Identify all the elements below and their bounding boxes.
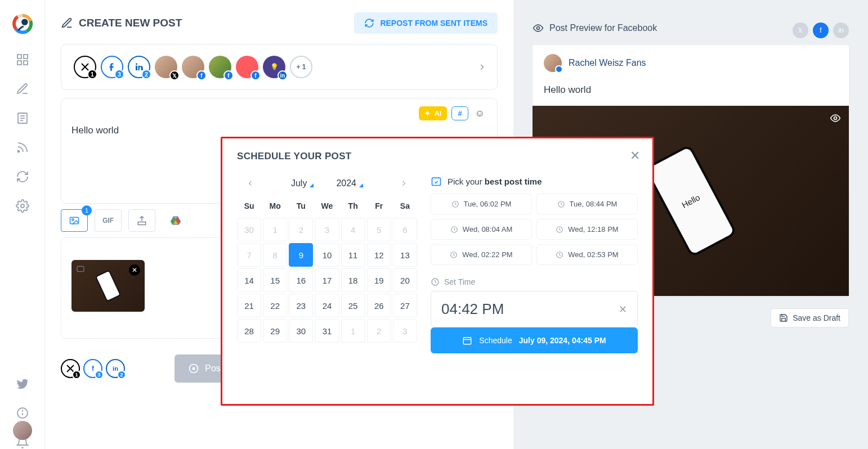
calendar-day[interactable]: 20: [393, 268, 417, 292]
accounts-bar[interactable]: 1 3 2 𝕏 f f f 💡in + 1: [61, 44, 498, 90]
calendar-day[interactable]: 6: [393, 218, 417, 241]
calendar-day[interactable]: 27: [393, 294, 417, 317]
network-overlay-linkedin: in: [278, 70, 288, 80]
summary-twitter[interactable]: 1: [61, 359, 80, 378]
network-overlay-facebook: f: [250, 70, 261, 80]
account-more-button[interactable]: + 1: [290, 56, 312, 78]
emoji-button[interactable]: ☺: [473, 106, 487, 120]
account-profile-1[interactable]: 𝕏: [155, 56, 177, 78]
account-profile-4[interactable]: f: [236, 56, 258, 78]
calendar-day[interactable]: 23: [289, 294, 313, 317]
calendar-day[interactable]: 8: [263, 243, 287, 267]
calendar-header: July 2024: [237, 176, 417, 198]
dashboard-icon[interactable]: [16, 53, 29, 66]
svg-rect-4: [24, 61, 28, 65]
calendar-day[interactable]: 28: [237, 319, 261, 343]
account-profile-5[interactable]: 💡in: [263, 56, 285, 78]
feed-icon[interactable]: [16, 141, 29, 154]
calendar-day[interactable]: 13: [393, 243, 417, 267]
save-draft-button[interactable]: Save as Draft: [771, 308, 849, 327]
calendar-day[interactable]: 29: [263, 319, 287, 343]
calendar-day[interactable]: 31: [315, 319, 339, 343]
ai-button[interactable]: ✦ AI: [419, 106, 447, 120]
calendar-day[interactable]: 24: [315, 294, 339, 317]
account-profile-3[interactable]: f: [209, 56, 231, 78]
best-time-option[interactable]: Tue, 08:44 PM: [536, 194, 638, 214]
calendar-day[interactable]: 4: [341, 218, 365, 241]
account-linkedin[interactable]: 2: [128, 56, 150, 78]
calendar-day[interactable]: 14: [237, 268, 261, 292]
settings-icon[interactable]: [16, 199, 29, 213]
calendar-day[interactable]: 21: [237, 294, 261, 317]
best-time-option[interactable]: Wed, 12:18 PM: [536, 219, 638, 240]
calendar-day[interactable]: 30: [289, 319, 313, 343]
calendar-day[interactable]: 2: [289, 218, 313, 241]
thumbnail-content: [95, 270, 122, 302]
year-selector[interactable]: 2024: [336, 178, 363, 188]
composer-text[interactable]: Hello world: [71, 125, 487, 136]
calendar-dow: Su: [237, 198, 261, 216]
preview-net-twitter[interactable]: 𝕏: [793, 23, 808, 38]
calendar-day[interactable]: 17: [315, 268, 339, 292]
calendar-day[interactable]: 1: [341, 319, 365, 343]
calendar-day[interactable]: 22: [263, 294, 287, 317]
prev-month-button[interactable]: [243, 176, 258, 191]
hashtag-button[interactable]: #: [451, 106, 468, 120]
next-month-button[interactable]: [396, 176, 411, 191]
compose-icon[interactable]: [16, 82, 29, 96]
calendar-day[interactable]: 19: [367, 268, 391, 292]
gif-button[interactable]: GIF: [95, 209, 122, 232]
twitter-icon[interactable]: [16, 377, 29, 390]
schedule-confirm-button[interactable]: Schedule July 09, 2024, 04:45 PM: [431, 327, 638, 353]
upload-button[interactable]: [128, 209, 155, 232]
app-logo[interactable]: [10, 11, 35, 37]
calendar-day[interactable]: 15: [263, 268, 287, 292]
close-button[interactable]: ✕: [630, 149, 640, 163]
calendar-dow: Tu: [289, 198, 313, 216]
summary-facebook[interactable]: f3: [83, 359, 102, 378]
account-facebook[interactable]: 3: [101, 56, 123, 78]
info-icon[interactable]: [16, 406, 29, 420]
content-icon[interactable]: [16, 111, 29, 125]
calendar-day[interactable]: 25: [341, 294, 365, 317]
calendar-day[interactable]: 30: [237, 218, 261, 241]
svg-point-10: [21, 204, 24, 208]
calendar-day[interactable]: 26: [367, 294, 391, 317]
best-time-option[interactable]: Tue, 06:02 PM: [431, 194, 532, 214]
calendar-day[interactable]: 9: [289, 243, 313, 267]
calendar-day[interactable]: 16: [289, 268, 313, 292]
calendar-day[interactable]: 2: [367, 319, 391, 343]
image-button[interactable]: 1: [61, 209, 88, 232]
account-profile-2[interactable]: f: [182, 56, 204, 78]
month-selector[interactable]: July: [291, 178, 314, 188]
chevron-right-icon[interactable]: [478, 63, 486, 71]
account-twitter[interactable]: 1: [74, 56, 96, 78]
preview-net-facebook[interactable]: f: [813, 23, 829, 38]
calendar-day[interactable]: 3: [393, 319, 417, 343]
remove-media-button[interactable]: ✕: [129, 264, 140, 276]
calendar-day[interactable]: 10: [315, 243, 339, 267]
best-time-option[interactable]: Wed, 02:53 PM: [536, 244, 638, 265]
account-count-badge: 2: [141, 69, 151, 79]
user-avatar[interactable]: [13, 421, 32, 440]
calendar-day[interactable]: 12: [367, 243, 391, 267]
summary-linkedin[interactable]: in2: [106, 359, 125, 378]
repost-button[interactable]: REPOST FROM SENT ITEMS: [354, 12, 498, 34]
edit-icon: [61, 17, 73, 29]
best-time-option[interactable]: Wed, 02:22 PM: [431, 244, 532, 265]
calendar-day[interactable]: 7: [237, 243, 261, 267]
recycle-icon[interactable]: [16, 170, 29, 183]
svg-rect-3: [17, 61, 21, 65]
calendar-day[interactable]: 18: [341, 268, 365, 292]
time-input[interactable]: 04:42 PM ✕: [431, 291, 638, 327]
calendar-day[interactable]: 11: [341, 243, 365, 267]
preview-eye-icon[interactable]: [830, 113, 841, 124]
calendar-day[interactable]: 5: [367, 218, 391, 241]
google-drive-button[interactable]: [162, 209, 189, 232]
preview-net-linkedin[interactable]: in: [833, 23, 849, 38]
best-time-option[interactable]: Wed, 08:04 AM: [431, 219, 532, 240]
calendar-day[interactable]: 3: [315, 218, 339, 241]
calendar-day[interactable]: 1: [263, 218, 287, 241]
media-thumbnail[interactable]: ✕: [71, 260, 145, 312]
clear-time-button[interactable]: ✕: [619, 303, 627, 316]
